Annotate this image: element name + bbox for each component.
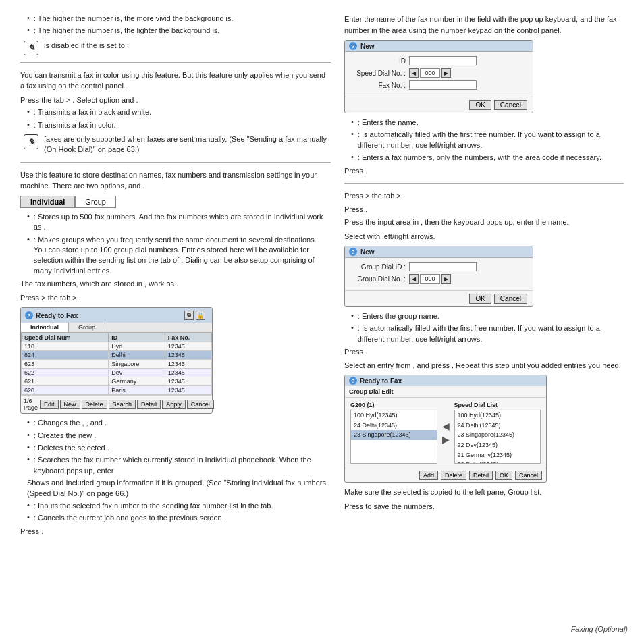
bullet-lighter: : The higher the number is, the lighter … [20, 26, 331, 36]
group-dial-footer: AddDeleteDetailOKCancel [345, 468, 546, 482]
table-row[interactable]: 110Hyd12345 [22, 342, 212, 351]
group-right-item[interactable]: 22 Dev(12345) [455, 440, 541, 450]
bullet-color-text: : Transmits a fax in color. [34, 120, 116, 130]
group-right-item[interactable]: 24 Delhi(12345) [455, 421, 541, 431]
table-row[interactable]: 621Germany12345 [22, 377, 212, 386]
col-fax: Fax No. [165, 333, 211, 342]
group-dial-left[interactable]: ◀ [409, 274, 419, 284]
bullet-inputs: : Inputs the selected fax number to the … [20, 501, 331, 511]
fax-tab-individual[interactable]: Individual [21, 323, 69, 332]
dialog-fax-input[interactable] [409, 80, 477, 90]
group-dial-subtitle: Group Dial Edit [345, 386, 546, 398]
group-dial-btn[interactable]: Add [419, 471, 438, 480]
group-id-row: Group Dial ID : [352, 262, 526, 271]
divider-right [344, 183, 624, 184]
divider2 [20, 162, 331, 163]
tab-group[interactable]: Group [75, 196, 116, 208]
dialog-group-footer: OK Cancel [345, 290, 533, 306]
col-speed-dial: Speed Dial Num [22, 333, 109, 342]
group-dial-btn[interactable]: Cancel [515, 471, 542, 480]
press-right-3: Press . [344, 346, 624, 358]
tab-individual[interactable]: Individual [20, 196, 75, 208]
dialog-group-icon: ? [349, 248, 357, 256]
bullet-group-name: : Enters the group name. [344, 311, 624, 321]
group-no-row: Group Dial No. : ◀ 000 ▶ [352, 274, 526, 284]
dialog-cancel-btn[interactable]: Cancel [494, 100, 527, 110]
press-tab-line1: Press the tab > . Select option and . [20, 95, 331, 106]
fax-footer-btn[interactable]: Apply [162, 400, 186, 409]
group-dial-body: G200 (1) 100 Hyd(12345)24 Delhi(12345)23… [345, 398, 546, 468]
dialog-group-cancel-btn[interactable]: Cancel [494, 294, 527, 304]
group-dial-left-label: G200 (1) [350, 402, 437, 408]
fax-table-footer: 1/6 Page EditNewDeleteSearchDetailApplyC… [21, 395, 212, 413]
fax-footer-btn[interactable]: Edit [40, 400, 59, 409]
bullet-individual-text: : Stores up to 500 fax numbers. And the … [34, 212, 331, 233]
group-left-item[interactable]: 100 Hyd(12345) [351, 410, 437, 421]
bullet-auto-filled: : Is automatically filled with the first… [344, 130, 624, 151]
fax-footer-btn[interactable]: Search [109, 400, 136, 409]
bullet-auto-filled-text: : Is automatically filled with the first… [358, 130, 624, 151]
dialog-new-group: ? New Group Dial ID : Group Dial No. : ◀ [344, 246, 533, 307]
fax-icon-copy[interactable]: ⧉ [184, 311, 194, 320]
fax-table-title-bar: ? Ready to Fax ⧉ 🔒 [21, 308, 212, 323]
group-left-item[interactable]: 23 Singapore(12345) [351, 430, 437, 440]
group-dial-left-list: 100 Hyd(12345)24 Delhi(12345)23 Singapor… [350, 410, 437, 464]
table-row[interactable]: 622Dev12345 [22, 369, 212, 377]
section-phonebook: Use this feature to store destination na… [20, 169, 331, 537]
bullet-enters-name-text: : Enters the name. [358, 117, 419, 128]
group-dial-btn[interactable]: Detail [469, 471, 493, 480]
dial-value: 000 [420, 68, 440, 78]
group-speed-dial-control: ◀ 000 ▶ [409, 274, 451, 284]
note-color-text: faxes are only supported when faxes are … [44, 134, 331, 155]
group-right-item[interactable]: 100 Hyd(12345) [455, 410, 541, 421]
fax-tab-group[interactable]: Group [69, 323, 105, 332]
bullet-changes-text: : Changes the , , and . [34, 418, 107, 428]
fax-data-table: Speed Dial Num ID Fax No. 110Hyd12345824… [21, 333, 212, 395]
fax-footer-buttons: EditNewDeleteSearchDetailApplyCancel [40, 400, 214, 409]
group-dial-right[interactable]: ▶ [441, 274, 451, 284]
make-sure-text: Make sure the selected is copied to the … [344, 487, 624, 498]
dialog-group-ok-btn[interactable]: OK [469, 294, 491, 304]
dialog-group-title: New [360, 248, 375, 256]
group-id-input[interactable] [409, 262, 477, 271]
dialog-ok-btn[interactable]: OK [469, 100, 491, 110]
group-right-item[interactable]: 20 Patial(2345) [455, 460, 541, 464]
group-dial-title: Ready to Fax [360, 377, 402, 385]
group-dial-btn[interactable]: Delete [441, 471, 466, 480]
press-tab-right: Press > the tab > . [344, 190, 624, 202]
group-right-item[interactable]: 21 Germany(12345) [455, 450, 541, 460]
bullet-group-text: : Makes groups when you frequently send … [34, 235, 331, 277]
dialog-fax-row: Fax No. : [352, 80, 526, 90]
press-save: Press to save the numbers. [344, 501, 624, 512]
bullet-shows: Shows and Included group information if … [20, 478, 331, 499]
bullet-cancels: : Cancels the current job and goes to th… [20, 513, 331, 523]
section-vivid: : The higher the number is, the more viv… [20, 14, 331, 55]
dial-right-arrow[interactable]: ▶ [441, 68, 451, 78]
bullet-vivid: : The higher the number is, the more viv… [20, 14, 331, 24]
group-right-item[interactable]: 23 Singapore(12345) [455, 430, 541, 440]
dialog-speed-row: Speed Dial No. : ◀ 000 ▶ [352, 68, 526, 78]
fax-footer-btn[interactable]: Detail [137, 400, 161, 409]
fax-icon-lock[interactable]: 🔒 [196, 311, 205, 320]
input-desc: Press the input area in , then the keybo… [344, 217, 624, 228]
fax-footer-btn[interactable]: Cancel [187, 400, 214, 409]
bullet-enters-fax-text: : Enters a fax numbers, only the numbers… [358, 153, 601, 163]
note-disabled: ✎ is disabled if the is set to . [20, 41, 331, 55]
bullet-creates: : Creates the new . [20, 431, 331, 441]
dialog-speed-dial-control: ◀ 000 ▶ [409, 68, 451, 78]
dialog-id-input[interactable] [409, 56, 477, 65]
group-dial-btn[interactable]: OK [495, 471, 512, 480]
bullet-enters-fax: : Enters a fax numbers, only the numbers… [344, 153, 624, 163]
group-left-item[interactable]: 24 Delhi(12345) [351, 421, 437, 431]
press-tab-line2: Press > the tab > . [20, 292, 331, 304]
table-row[interactable]: 620Paris12345 [22, 386, 212, 395]
select-desc: Select with left/right arrows. [344, 231, 624, 242]
fax-footer-btn[interactable]: Delete [82, 400, 107, 409]
press-end: Press . [20, 526, 331, 537]
group-no-label: Group Dial No. : [352, 275, 406, 283]
table-row[interactable]: 824Delhi12345 [22, 351, 212, 360]
dial-left-arrow[interactable]: ◀ [409, 68, 419, 78]
fax-footer-btn[interactable]: New [60, 400, 80, 409]
table-row[interactable]: 623Singapore12345 [22, 360, 212, 369]
page: : The higher the number is, the more viv… [0, 0, 644, 644]
